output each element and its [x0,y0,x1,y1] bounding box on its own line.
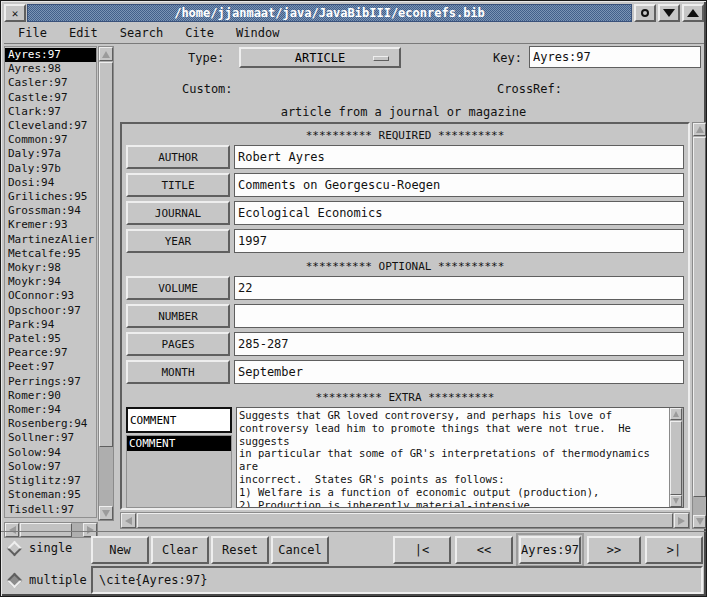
reference-list-item[interactable]: Kremer:93 [5,218,96,232]
scroll-up-button[interactable] [693,123,706,136]
reference-list-item[interactable]: Solow:94 [5,446,96,460]
scrollbar-thumb[interactable] [693,137,706,497]
title-field[interactable] [234,173,684,197]
reference-list-item[interactable]: Clark:97 [5,105,96,119]
journal-field[interactable] [234,201,684,225]
reference-list-item[interactable]: Castle:97 [5,91,96,105]
reference-list-item[interactable]: Griliches:95 [5,190,96,204]
clear-button[interactable]: Clear [151,536,209,564]
cite-command-field[interactable] [91,566,703,594]
reference-list-item[interactable]: Metcalfe:95 [5,247,96,261]
reference-list-item[interactable]: Cleveland:97 [5,119,96,133]
reference-list-item[interactable]: Common:97 [5,133,96,147]
reference-list-item[interactable]: Stiglitz:97 [5,474,96,488]
volume-field-label[interactable]: VOLUME [126,276,230,300]
reference-list-item[interactable]: Mokyr:98 [5,261,96,275]
scroll-down-button[interactable] [693,515,706,528]
reference-list-item[interactable]: Rosenberg:94 [5,417,96,431]
type-dropdown[interactable]: ARTICLE [239,47,401,68]
reference-list-item[interactable]: Peet:97 [5,360,96,374]
app-window: ✕ /home/jjanmaat/java/JavaBibIII/econref… [0,0,707,597]
multiple-radio-label: multiple [29,573,87,587]
nav-current-button[interactable]: Ayres:97 [519,536,581,564]
menu-item[interactable]: File [18,26,47,40]
nav-prev-button[interactable]: << [455,536,513,564]
iconify-button[interactable] [658,4,680,22]
author-field[interactable] [234,145,684,169]
month-field[interactable] [234,360,684,384]
author-field-label[interactable]: AUTHOR [126,145,230,169]
scrollbar-thumb[interactable] [137,513,673,528]
scroll-down-button[interactable] [670,495,682,507]
reference-list-item[interactable]: Ayres:98 [5,62,96,76]
month-field-label[interactable]: MONTH [126,360,230,384]
reference-list-item[interactable]: Patel:95 [5,332,96,346]
number-field-label[interactable]: NUMBER [126,304,230,328]
reference-list-item[interactable]: Stoneman:95 [5,488,96,502]
title-field-label[interactable]: TITLE [126,173,230,197]
reference-list-item[interactable]: Solow:97 [5,460,96,474]
menubar: FileEditSearchCiteWindow [4,23,704,44]
cite-mode-single[interactable]: single [1,541,72,555]
window-menu-button[interactable] [634,4,656,22]
number-field[interactable] [234,304,684,328]
scroll-left-button[interactable] [121,513,136,528]
reference-list: Ayres:97Ayres:98Casler:97Castle:97Clark:… [4,46,97,518]
key-label: Key: [493,51,522,65]
close-button[interactable]: ✕ [4,4,26,22]
reference-list-item[interactable]: Casler:97 [5,76,96,90]
new-button[interactable]: New [91,536,149,564]
cancel-button[interactable]: Cancel [271,536,329,564]
reference-list-item[interactable]: Tisdell:97 [5,503,96,517]
scroll-up-button[interactable] [670,408,682,420]
nav-last-button[interactable]: >| [645,536,703,564]
reference-list-item[interactable]: Park:94 [5,318,96,332]
form-hscrollbar[interactable] [120,512,690,529]
reference-list-item[interactable]: Daly:97b [5,162,96,176]
year-field-label[interactable]: YEAR [126,229,230,253]
extra-field-name-input[interactable] [126,407,232,433]
menu-item[interactable]: Search [120,26,163,40]
reference-list-item[interactable]: Opschoor:97 [5,304,96,318]
scroll-right-button[interactable] [674,513,689,528]
reference-list-item[interactable]: Perrings:97 [5,375,96,389]
reference-list-item[interactable]: Ayres:97 [5,48,96,62]
form-vscrollbar[interactable] [692,122,707,529]
menu-item[interactable]: Window [236,26,279,40]
pages-field-label[interactable]: PAGES [126,332,230,356]
key-field[interactable] [529,46,701,68]
pages-field[interactable] [234,332,684,356]
menu-item[interactable]: Edit [69,26,98,40]
year-field[interactable] [234,229,684,253]
journal-field-label[interactable]: JOURNAL [126,201,230,225]
scrollbar-thumb[interactable] [99,62,113,447]
radio-on-icon [7,572,23,588]
arrow-up-icon [673,411,679,417]
menu-item[interactable]: Cite [185,26,214,40]
reference-list-item[interactable]: OConnor:93 [5,289,96,303]
maximize-button[interactable] [682,4,704,22]
nav-next-button[interactable]: >> [587,536,641,564]
reference-list-item[interactable]: Dosi:94 [5,176,96,190]
option-menu-indicator-icon [373,56,389,61]
scrollbar-thumb[interactable] [670,421,682,495]
reference-list-item[interactable]: MartinezAlier:9 [5,233,96,247]
window-title[interactable]: /home/jjanmaat/java/JavaBibIII/econrefs.… [27,4,632,22]
reference-list-item[interactable]: Pearce:97 [5,346,96,360]
scroll-up-button[interactable] [99,47,113,61]
reference-list-vscrollbar[interactable] [98,46,114,521]
comment-textarea[interactable]: Suggests that GR loved controversy, and … [237,408,669,507]
reference-list-item[interactable]: Moykr:94 [5,275,96,289]
reference-list-item[interactable]: Romer:90 [5,389,96,403]
nav-first-button[interactable]: |< [393,536,451,564]
reference-list-item[interactable]: Romer:94 [5,403,96,417]
comment-vscrollbar[interactable] [669,408,683,507]
reference-list-item[interactable]: Daly:97a [5,147,96,161]
scroll-down-button[interactable] [99,506,113,520]
volume-field[interactable] [234,276,684,300]
reset-button[interactable]: Reset [211,536,269,564]
reference-list-item[interactable]: Sollner:97 [5,431,96,445]
extra-field-list-item[interactable]: COMMENT [127,436,231,451]
reference-list-item[interactable]: Grossman:94 [5,204,96,218]
cite-mode-multiple[interactable]: multiple [1,573,87,587]
